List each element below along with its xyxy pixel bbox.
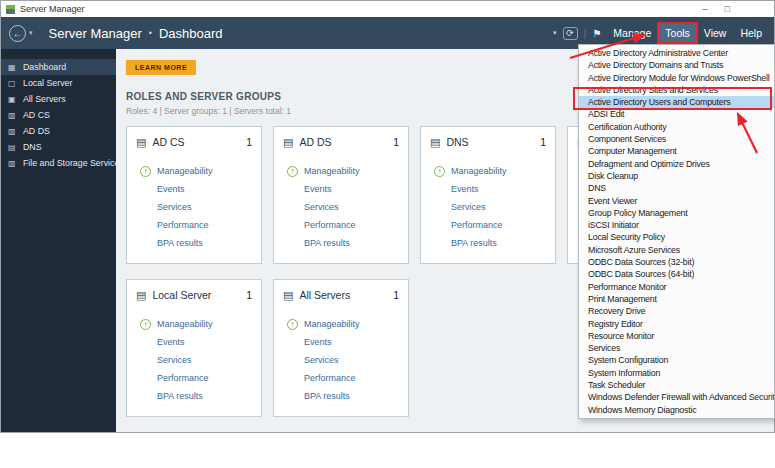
tools-menu-item[interactable]: System Information: [579, 367, 774, 379]
notifications-dropdown-icon[interactable]: ▾: [553, 29, 557, 37]
tile-metric-link[interactable]: ↑ Events: [421, 180, 555, 198]
tools-menu-item[interactable]: Performance Monitor: [579, 281, 774, 293]
tile-metric-link[interactable]: ↑ Performance: [421, 216, 555, 234]
header-menu-button[interactable]: Tools: [659, 24, 696, 42]
tools-menu-item[interactable]: Local Security Policy: [579, 231, 774, 243]
header-menu-button[interactable]: View: [698, 24, 733, 42]
tile-metric-link[interactable]: ↑ BPA results: [127, 234, 261, 252]
tools-menu-item[interactable]: Active Directory Sites and Services: [579, 84, 774, 96]
sidebar-item[interactable]: ▢ Local Server: [1, 75, 116, 91]
tile-server-count: 1: [393, 136, 399, 148]
tile-metric-link[interactable]: ↑ Services: [274, 198, 408, 216]
tile-metric-label: Events: [451, 184, 479, 194]
breadcrumb: Server Manager • Dashboard: [49, 26, 223, 41]
maximize-button[interactable]: □: [725, 4, 730, 14]
tile-metric-link[interactable]: ↑ Services: [274, 351, 408, 369]
header-menu-button[interactable]: Manage: [607, 24, 657, 42]
tile-metric-link[interactable]: ↑ Performance: [127, 369, 261, 387]
tile-metric-link[interactable]: ↑ Performance: [127, 216, 261, 234]
tile-metric-link[interactable]: ↑ Manageability: [421, 162, 555, 180]
sidebar-item[interactable]: ▦ Dashboard: [1, 59, 116, 75]
tools-menu-item[interactable]: Print Management: [579, 293, 774, 305]
page: Server Manager – □ ← ▾ Server Manager • …: [0, 0, 775, 468]
tile-metric-link[interactable]: ↑ BPA results: [274, 234, 408, 252]
tools-menu-item[interactable]: Registry Editor: [579, 318, 774, 330]
tools-menu-item[interactable]: Computer Management: [579, 145, 774, 157]
nav-dropdown-icon[interactable]: ▾: [29, 29, 33, 37]
tools-menu-item[interactable]: Active Directory Module for Windows Powe…: [579, 72, 774, 84]
tile-metric-label: Services: [157, 355, 192, 365]
tools-menu-item[interactable]: ODBC Data Sources (64-bit): [579, 268, 774, 280]
sidebar-item-icon: ▦: [8, 63, 17, 72]
tools-menu-item[interactable]: Active Directory Domains and Trusts: [579, 59, 774, 71]
tools-menu-item[interactable]: Resource Monitor: [579, 330, 774, 342]
sidebar-item[interactable]: ▥ AD DS: [1, 123, 116, 139]
tile-title[interactable]: AD DS: [299, 136, 387, 148]
tools-menu-item[interactable]: Group Policy Management: [579, 207, 774, 219]
tile-metric-link[interactable]: ↑ Events: [127, 180, 261, 198]
tools-menu-item[interactable]: Services: [579, 342, 774, 354]
sidebar-item[interactable]: ▥ File and Storage Services ▷: [1, 155, 116, 171]
refresh-icon[interactable]: ⟳: [563, 27, 578, 40]
tile-metric-link[interactable]: ↑ Services: [127, 198, 261, 216]
tile-metric-link[interactable]: ↑ BPA results: [421, 234, 555, 252]
tools-menu-item[interactable]: Recovery Drive: [579, 305, 774, 317]
tile-title[interactable]: AD CS: [152, 136, 240, 148]
tools-menu-item[interactable]: System Configuration: [579, 354, 774, 366]
tools-menu-item[interactable]: Active Directory Administrative Center: [579, 47, 774, 59]
tile-metric-link[interactable]: ↑ Manageability: [127, 315, 261, 333]
tools-menu-item[interactable]: Active Directory Users and Computers: [579, 96, 774, 108]
tile-metric-link[interactable]: ↑ Manageability: [274, 315, 408, 333]
tools-menu-item[interactable]: Windows Defender Firewall with Advanced …: [579, 391, 774, 403]
tile-metric-link[interactable]: ↑ Events: [127, 333, 261, 351]
sidebar-item[interactable]: ▣ All Servers: [1, 91, 116, 107]
learn-more-tab[interactable]: LEARN MORE: [126, 60, 196, 75]
tile-metric-label: Services: [304, 202, 339, 212]
sidebar: ▦ Dashboard ▢ Local Server ▣ All Servers: [1, 49, 116, 432]
tile-metric-label: Services: [157, 202, 192, 212]
tile-metric-link[interactable]: ↑ Events: [274, 333, 408, 351]
tile-metric-link[interactable]: ↑ Services: [421, 198, 555, 216]
tile-metric-link[interactable]: ↑ Services: [127, 351, 261, 369]
tools-menu-item[interactable]: Event Viewer: [579, 195, 774, 207]
tools-menu-item[interactable]: Microsoft Azure Services: [579, 244, 774, 256]
role-tile: ▤ All Servers 1 ↑ Manageability: [273, 279, 409, 417]
tile-metric-label: BPA results: [157, 391, 203, 401]
tools-menu-item[interactable]: Certification Authority: [579, 121, 774, 133]
tools-menu-item[interactable]: ADSI Edit: [579, 108, 774, 120]
tile-metric-link[interactable]: ↑ BPA results: [274, 387, 408, 405]
header-menu-button[interactable]: Help: [734, 24, 768, 42]
breadcrumb-root[interactable]: Server Manager: [49, 26, 142, 41]
tile-metric-link[interactable]: ↑ BPA results: [127, 387, 261, 405]
tile-metric-link[interactable]: ↑ Performance: [274, 369, 408, 387]
tools-menu-item[interactable]: Component Services: [579, 133, 774, 145]
tile-metric-link[interactable]: ↑ Manageability: [127, 162, 261, 180]
tile-metric-link[interactable]: ↑ Events: [274, 180, 408, 198]
tools-menu-item[interactable]: Disk Cleanup: [579, 170, 774, 182]
tools-menu-item[interactable]: iSCSI Initiator: [579, 219, 774, 231]
tools-menu-item[interactable]: Defragment and Optimize Drives: [579, 158, 774, 170]
back-button[interactable]: ←: [9, 25, 26, 42]
tile-server-count: 1: [393, 289, 399, 301]
tile-metric-link[interactable]: ↑ Manageability: [274, 162, 408, 180]
tools-menu-item[interactable]: ODBC Data Sources (32-bit): [579, 256, 774, 268]
server-icon: ▤: [430, 136, 440, 149]
tile-metric-label: Performance: [157, 373, 209, 383]
sidebar-item-icon: ▥: [8, 159, 17, 168]
notifications-flag-icon[interactable]: ⚑: [592, 28, 601, 39]
tile-metric-label: BPA results: [451, 238, 497, 248]
minimize-button[interactable]: –: [703, 4, 708, 14]
tools-menu-item[interactable]: DNS: [579, 182, 774, 194]
tools-menu-item[interactable]: Windows Memory Diagnostic: [579, 404, 774, 416]
tile-title[interactable]: Local Server: [152, 289, 240, 301]
tile-title[interactable]: All Servers: [299, 289, 387, 301]
tile-metric-link[interactable]: ↑ Performance: [274, 216, 408, 234]
sidebar-item[interactable]: ▥ AD CS: [1, 107, 116, 123]
sidebar-item[interactable]: ▤ DNS: [1, 139, 116, 155]
tools-menu-item[interactable]: Task Scheduler: [579, 379, 774, 391]
header-divider: |: [584, 27, 587, 39]
tile-header: ▤ AD CS 1: [127, 136, 261, 149]
tile-title[interactable]: DNS: [446, 136, 534, 148]
tile-metric-label: Manageability: [157, 319, 213, 329]
manageability-status-icon: ↑: [287, 166, 298, 177]
